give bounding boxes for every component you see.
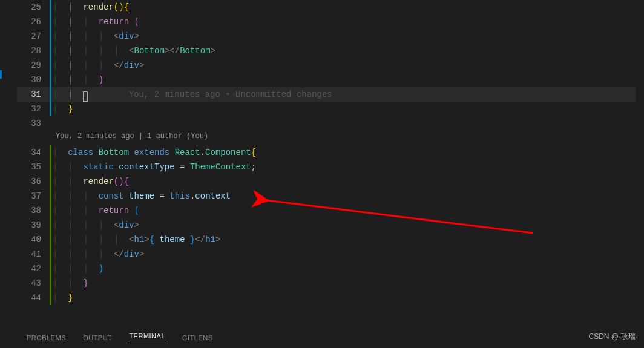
code-line[interactable]: 28│ │ │ │ │ <Bottom></Bottom>: [17, 44, 644, 58]
line-number[interactable]: 42: [17, 261, 50, 276]
code-line[interactable]: 35│ │ static contextType = ThemeContext;: [17, 160, 644, 174]
line-number[interactable]: 25: [17, 0, 50, 15]
line-number[interactable]: 31: [17, 87, 50, 102]
panel-tabs: PROBLEMS OUTPUT TERMINAL GITLENS: [0, 327, 644, 348]
line-number[interactable]: 41: [17, 247, 50, 261]
line-number[interactable]: 27: [17, 29, 50, 44]
line-number[interactable]: 29: [17, 58, 50, 73]
code-line[interactable]: 32│ }: [17, 102, 644, 116]
gutter-change-bar: [50, 73, 51, 87]
line-number[interactable]: 39: [17, 218, 50, 232]
code-line[interactable]: 43│ │ }: [17, 276, 644, 291]
line-number[interactable]: 36: [17, 174, 50, 189]
line-number[interactable]: 43: [17, 276, 50, 291]
gutter-change-bar: [50, 0, 51, 15]
gutter-change-bar: [50, 232, 51, 247]
gutter-change-bar: [50, 145, 51, 160]
code-line[interactable]: 31│ │ You, 2 minutes ago • Uncommitted c…: [17, 87, 644, 102]
code-line[interactable]: 38│ │ │ return (: [17, 203, 644, 218]
gutter-change-bar: [50, 58, 51, 73]
gutter-change-bar: [50, 189, 51, 203]
code-line[interactable]: 40│ │ │ │ │ <h1>{ theme }</h1>: [17, 232, 644, 247]
code-line[interactable]: 33: [17, 116, 644, 131]
code-line[interactable]: 37│ │ │ const theme = this.context: [17, 189, 644, 203]
tab-terminal[interactable]: TERMINAL: [129, 332, 165, 343]
gutter-change-bar: [50, 87, 51, 102]
tab-output[interactable]: OUTPUT: [83, 334, 112, 341]
editor-area[interactable]: 25│ │ render(){26│ │ │ return (27│ │ │ │…: [0, 0, 644, 327]
code-line[interactable]: 29│ │ │ │ </div>: [17, 58, 644, 73]
gitlens-inline-blame: You, 2 minutes ago • Uncommitted changes: [129, 90, 332, 99]
code-line[interactable]: 27│ │ │ │ <div>: [17, 29, 644, 44]
code-line[interactable]: 34│ class Bottom extends React.Component…: [17, 145, 644, 160]
gutter-change-bar: [50, 203, 51, 218]
tab-gitlens[interactable]: GITLENS: [182, 334, 213, 341]
code-line[interactable]: 42│ │ │ ): [17, 261, 644, 276]
gutter-change-bar: [50, 174, 51, 189]
line-number[interactable]: 32: [17, 102, 50, 116]
code-line[interactable]: 39│ │ │ │ <div>: [17, 218, 644, 232]
line-number[interactable]: 35: [17, 160, 50, 174]
code-line[interactable]: 30│ │ │ ): [17, 73, 644, 87]
code-line[interactable]: 26│ │ │ return (: [17, 15, 644, 29]
gutter-change-bar: [50, 160, 51, 174]
cursor: [83, 91, 88, 102]
line-number[interactable]: 28: [17, 44, 50, 58]
gutter-change-bar: [50, 218, 51, 232]
gutter-change-bar: [50, 29, 51, 44]
gutter-change-bar: [50, 102, 51, 116]
glyph-margin: [0, 0, 17, 327]
line-number[interactable]: 26: [17, 15, 50, 29]
codelens[interactable]: You, 2 minutes ago | 1 author (You): [53, 131, 644, 142]
code-line[interactable]: 36│ │ render(){: [17, 174, 644, 189]
line-marker: [0, 70, 2, 79]
vertical-scrollbar[interactable]: [636, 0, 644, 327]
gutter-change-bar: [50, 247, 51, 261]
gutter-change-bar: [50, 15, 51, 29]
code-line[interactable]: 41│ │ │ │ </div>: [17, 247, 644, 261]
line-number[interactable]: 34: [17, 145, 50, 160]
gutter-change-bar: [50, 44, 51, 58]
line-number[interactable]: 38: [17, 203, 50, 218]
gutter-change-bar: [50, 116, 51, 131]
gutter-change-bar: [50, 276, 51, 291]
line-number[interactable]: 40: [17, 232, 50, 247]
code-line[interactable]: 25│ │ render(){: [17, 0, 644, 15]
line-number[interactable]: 33: [17, 116, 50, 131]
gutter-change-bar: [50, 261, 51, 276]
code-line[interactable]: 44│ }: [17, 291, 644, 305]
watermark: CSDN @-耿瑞-: [588, 332, 638, 342]
gutter-change-bar: [50, 291, 51, 305]
line-number[interactable]: 30: [17, 73, 50, 87]
line-number[interactable]: 44: [17, 291, 50, 305]
line-number[interactable]: 37: [17, 189, 50, 203]
tab-problems[interactable]: PROBLEMS: [27, 334, 66, 341]
